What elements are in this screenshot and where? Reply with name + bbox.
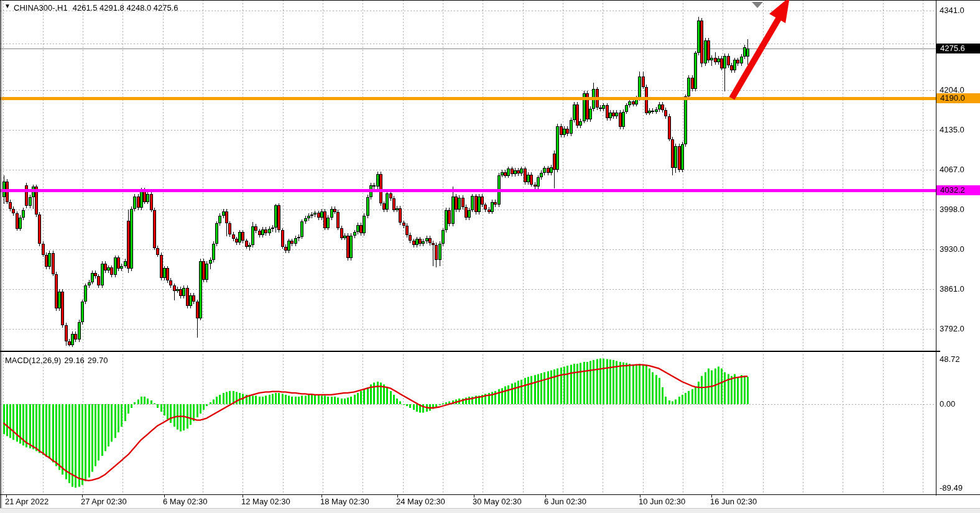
macd-signal-value: 29.70: [88, 356, 108, 365]
price-axis[interactable]: [936, 0, 980, 494]
ohlc-quote-label: 4261.5 4291.8 4248.0 4275.6: [73, 3, 178, 12]
chart-canvas[interactable]: [0, 0, 980, 513]
macd-name: MACD(12,26,9): [5, 356, 61, 365]
macd-value: 29.16: [64, 356, 85, 365]
symbol-dropdown-icon[interactable]: ▼: [4, 2, 11, 9]
chart-title: CHINA300-,H14261.5 4291.8 4248.0 4275.6: [14, 3, 178, 12]
macd-indicator-label: MACD(12,26,9)29.1629.70: [5, 356, 111, 365]
symbol-period-label: CHINA300-,H1: [14, 3, 68, 12]
time-axis[interactable]: [0, 494, 980, 509]
chart-window: ▼ CHINA300-,H14261.5 4291.8 4248.0 4275.…: [0, 0, 980, 513]
